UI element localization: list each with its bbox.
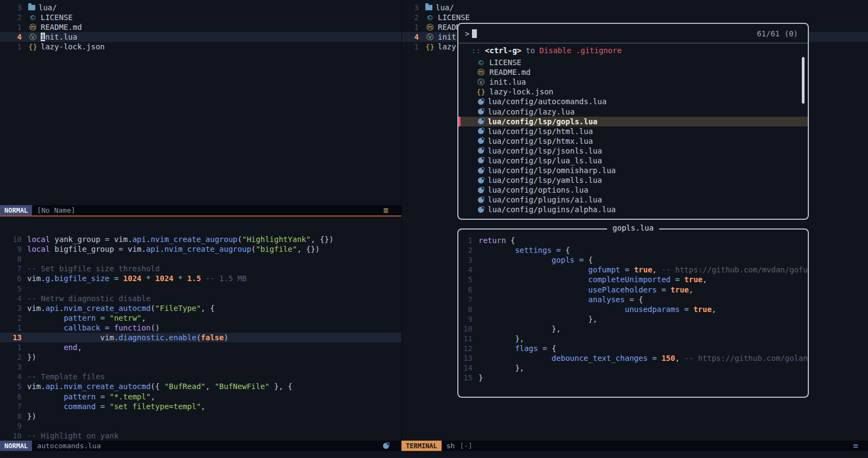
- fzf-prompt-char: >: [465, 29, 469, 38]
- lua-icon: [478, 197, 484, 203]
- statusline-filetype-slot: ≣: [381, 207, 391, 214]
- picker-item[interactable]: lua/config/plugins/ai.lua: [458, 195, 808, 205]
- fzf-prompt-input[interactable]: > 61/61 (0): [458, 24, 808, 43]
- code-line[interactable]: 13 vim.diagnostic.enable(false): [0, 333, 401, 342]
- line-number: 2: [0, 13, 22, 22]
- code-line[interactable]: 2}): [0, 352, 401, 362]
- line-number: 10: [0, 235, 22, 244]
- code-line[interactable]: 1 end,: [0, 342, 401, 352]
- tree-item[interactable]: 3lua/: [402, 3, 868, 12]
- file-label: lazy-lock.json: [41, 42, 105, 51]
- tree-item[interactable]: 2©LICENSE: [402, 12, 868, 22]
- line-number: 4: [0, 294, 22, 303]
- statusline-left-segment: NORMAL autocomands.lua: [0, 441, 401, 451]
- list-icon: ≡: [851, 442, 860, 449]
- code-line[interactable]: 5: [0, 283, 401, 293]
- code-text: -- Set bigfile size threshold: [27, 264, 159, 273]
- picker-item[interactable]: lua/config/lsp/jsonls.lua: [458, 146, 808, 156]
- code-text: end,: [27, 343, 82, 352]
- lua-icon: [478, 168, 484, 174]
- pane-divider: [401, 0, 402, 441]
- line-number: 4: [402, 33, 419, 41]
- code-line: 11 },: [458, 334, 808, 344]
- line-number: 1: [0, 23, 22, 31]
- code-line[interactable]: 6vim.g.bigfile_size = 1024 * 1024 * 1.5 …: [0, 273, 401, 283]
- code-line[interactable]: 1 callback = function(): [0, 323, 401, 333]
- picker-item[interactable]: lua/config/lsp/omnisharp.lua: [458, 166, 808, 175]
- tree-item[interactable]: 1{}lazy-lock.json: [0, 42, 401, 52]
- code-line: 4 gofumpt = true, -- https://github.com/…: [458, 265, 808, 275]
- code-text: vim.api.nvim_create_autocmd("FileType", …: [27, 304, 215, 313]
- tree-item[interactable]: 1ⓜREADME.md: [0, 22, 401, 32]
- line-number: 1: [0, 343, 22, 352]
- file-explorer-left: 3lua/2©LICENSE1ⓜREADME.md4ⓥinit.lua1{}la…: [0, 0, 401, 205]
- lua-icon: [478, 148, 484, 154]
- folder-icon: [28, 5, 35, 10]
- code-text: analyses = {: [478, 295, 643, 304]
- picker-item[interactable]: lua/config/lsp/gopls.lua: [458, 117, 808, 126]
- code-line: 6 usePlaceholders = true,: [458, 284, 808, 294]
- code-line[interactable]: 3: [0, 362, 401, 372]
- prompt-wrap: >: [465, 29, 477, 38]
- picker-item[interactable]: ⓥinit.lua: [458, 77, 808, 87]
- line-number: 13: [458, 354, 473, 362]
- line-number: 6: [0, 392, 22, 401]
- code-text: -- Netrw diagnostic disable: [27, 294, 151, 303]
- code-text: },: [478, 364, 524, 372]
- code-text: -- Template files: [27, 372, 105, 381]
- code-text: return {: [478, 236, 515, 245]
- statusline-filetype-slot: ≡: [851, 442, 860, 449]
- code-line[interactable]: 3vim.api.nvim_create_autocmd("FileType",…: [0, 303, 401, 313]
- line-number: 6: [0, 274, 22, 283]
- code-text: vim.diagnostic.enable(false): [27, 333, 228, 342]
- statusline-bottom: NORMAL autocomands.lua TERMINAL sh [-] ≡: [0, 441, 868, 451]
- line-number: 7: [0, 402, 22, 411]
- code-line[interactable]: 2 pattern = "netrw",: [0, 313, 401, 323]
- picker-item[interactable]: ©LICENSE: [458, 58, 808, 67]
- picker-item[interactable]: lua/config/plugins/alpha.lua: [458, 205, 808, 214]
- code-text: },: [478, 325, 561, 333]
- line-number: 7: [458, 295, 473, 304]
- picker-item[interactable]: lua/config/lsp/htmx.lua: [458, 136, 808, 146]
- lua-icon: [478, 128, 484, 134]
- code-text: settings = {: [478, 246, 570, 255]
- code-line: 3 gopls = {: [458, 255, 808, 265]
- picker-item[interactable]: lua/config/options.lua: [458, 185, 808, 195]
- code-line[interactable]: 9: [0, 421, 401, 431]
- code-line[interactable]: 5vim.api.nvim_create_autocmd({ "BufRead"…: [0, 381, 401, 391]
- picker-item[interactable]: lua/config/lsp/lua_ls.lua: [458, 156, 808, 166]
- picker-item[interactable]: lua/config/autocomands.lua: [458, 97, 808, 106]
- code-line[interactable]: 4-- Template files: [0, 372, 401, 381]
- tree-item[interactable]: 3lua/: [0, 3, 401, 12]
- code-text: }): [27, 412, 36, 421]
- picker-item[interactable]: {}lazy-lock.json: [458, 87, 808, 97]
- picker-item[interactable]: lua/config/lsp/html.lua: [458, 126, 808, 136]
- line-number: 10: [0, 431, 22, 440]
- code-line[interactable]: 10local yank_group = vim.api.nvim_create…: [0, 234, 401, 244]
- code-line[interactable]: 8}): [0, 411, 401, 421]
- line-number: 4: [0, 33, 22, 41]
- tree-item[interactable]: 2©LICENSE: [0, 12, 401, 22]
- code-line: 2 settings = {: [458, 245, 808, 255]
- picker-item[interactable]: lua/config/lsp/yamlls.lua: [458, 175, 808, 185]
- code-line[interactable]: 4-- Netrw diagnostic disable: [0, 294, 401, 303]
- line-number: 3: [0, 3, 22, 12]
- code-line[interactable]: 9local bigfile_group = vim.api.nvim_crea…: [0, 244, 401, 254]
- code-text: flags = {: [478, 344, 556, 353]
- picker-item[interactable]: lua/config/lazy.lua: [458, 106, 808, 116]
- code-line[interactable]: 8: [0, 254, 401, 264]
- code-line[interactable]: 6 pattern = "*.templ",: [0, 392, 401, 402]
- line-number: 1: [0, 42, 22, 51]
- code-buffer-autocommands: 10local yank_group = vim.api.nvim_create…: [0, 217, 401, 441]
- tree-item[interactable]: 4ⓥinit.lua: [0, 32, 401, 42]
- code-line[interactable]: 10-- Highlight on yank: [0, 431, 401, 441]
- code-line: 5 completeUnimported = true,: [458, 275, 808, 284]
- picker-scrollbar[interactable]: [802, 57, 805, 104]
- code-line[interactable]: 7-- Set bigfile size threshold: [0, 264, 401, 273]
- line-number: 3: [0, 362, 22, 371]
- code-line[interactable]: 7 command = "set filetype=templ",: [0, 402, 401, 411]
- picker-item[interactable]: ⓜREADME.md: [458, 67, 808, 77]
- line-number: 9: [0, 245, 22, 253]
- file-label: lua/config/plugins/ai.lua: [488, 195, 602, 204]
- line-number: 2: [458, 246, 473, 255]
